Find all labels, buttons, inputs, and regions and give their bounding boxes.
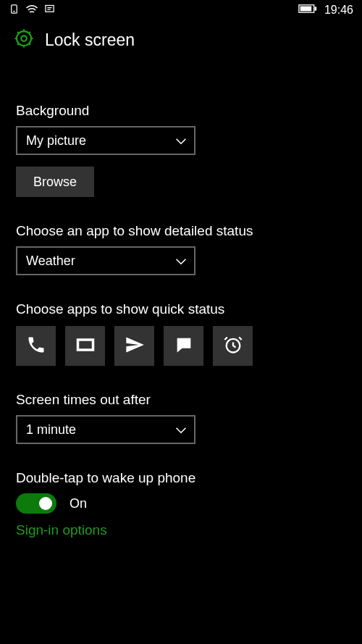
double-tap-label: Double-tap to wake up phone — [16, 470, 346, 486]
browse-button[interactable]: Browse — [16, 167, 94, 197]
chevron-down-icon — [175, 254, 187, 269]
quick-status-row — [16, 326, 346, 366]
battery-icon — [298, 4, 317, 17]
svg-point-8 — [17, 31, 31, 46]
paper-plane-icon — [125, 335, 145, 358]
page-header: Lock screen — [0, 20, 362, 67]
svg-rect-0 — [12, 4, 17, 12]
browse-button-label: Browse — [33, 175, 77, 190]
status-right: 19:46 — [298, 4, 353, 17]
double-tap-toggle[interactable] — [16, 493, 56, 514]
wifi-icon — [25, 4, 38, 17]
chevron-down-icon — [175, 422, 187, 438]
status-bar: 19:46 — [0, 0, 362, 20]
gear-icon — [13, 28, 35, 52]
background-label: Background — [16, 103, 346, 119]
notification-icon — [44, 4, 55, 17]
detailed-status-value: Weather — [26, 254, 75, 269]
alarm-icon — [223, 335, 243, 358]
section-detailed-status: Choose an app to show detailed status We… — [16, 223, 346, 275]
quick-tile-send[interactable] — [114, 326, 154, 366]
svg-point-7 — [21, 35, 27, 41]
background-select-value: My picture — [26, 133, 86, 149]
quick-tile-alarm[interactable] — [213, 326, 253, 366]
background-select[interactable]: My picture — [16, 126, 195, 155]
timeout-label: Screen times out after — [16, 392, 346, 408]
timeout-value: 1 minute — [26, 422, 76, 438]
double-tap-state: On — [70, 496, 87, 511]
quick-tile-messaging[interactable] — [164, 326, 203, 366]
messaging-icon — [174, 335, 194, 358]
svg-rect-9 — [77, 340, 93, 350]
section-background: Background My picture Browse — [16, 103, 346, 197]
quick-tile-phone[interactable] — [16, 326, 56, 366]
timeout-select[interactable]: 1 minute — [16, 415, 195, 444]
phone-icon — [26, 335, 46, 358]
quick-status-label: Choose apps to show quick status — [16, 301, 346, 317]
chevron-down-icon — [175, 133, 187, 149]
sign-in-options-link[interactable]: Sign-in options — [16, 522, 346, 538]
svg-rect-5 — [300, 7, 312, 12]
rotation-lock-icon — [9, 4, 20, 17]
detailed-status-select[interactable]: Weather — [16, 246, 195, 275]
svg-rect-1 — [46, 5, 54, 12]
section-quick-status: Choose apps to show quick status — [16, 301, 346, 366]
svg-rect-6 — [314, 7, 316, 10]
section-timeout: Screen times out after 1 minute — [16, 392, 346, 444]
section-double-tap: Double-tap to wake up phone On — [16, 470, 346, 514]
mail-box-icon — [75, 335, 96, 358]
page-title: Lock screen — [45, 30, 135, 50]
toggle-knob — [39, 497, 52, 510]
detailed-status-label: Choose an app to show detailed status — [16, 223, 346, 239]
quick-tile-mail[interactable] — [65, 326, 105, 366]
status-left — [9, 4, 55, 17]
status-time: 19:46 — [324, 4, 353, 17]
